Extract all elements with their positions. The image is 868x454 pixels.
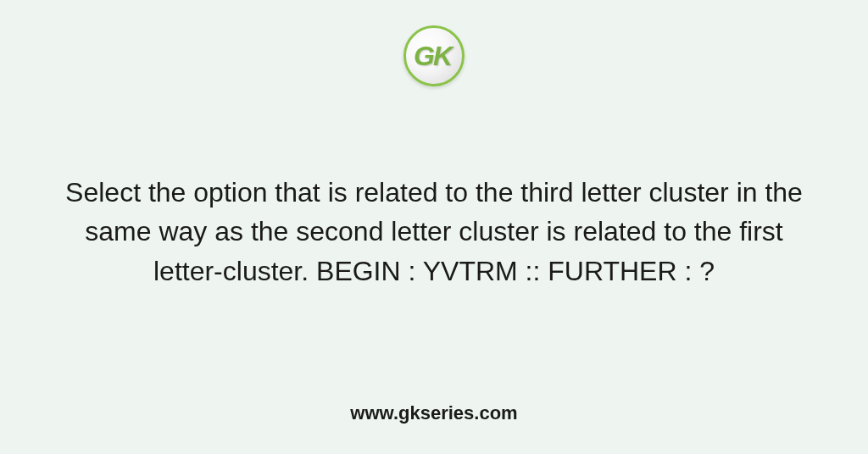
gk-logo: GK	[403, 25, 465, 86]
footer-url: www.gkseries.com	[350, 402, 517, 424]
logo-container: GK	[403, 25, 465, 86]
logo-text: GK	[414, 41, 451, 72]
question-text: Select the option that is related to the…	[27, 173, 841, 291]
